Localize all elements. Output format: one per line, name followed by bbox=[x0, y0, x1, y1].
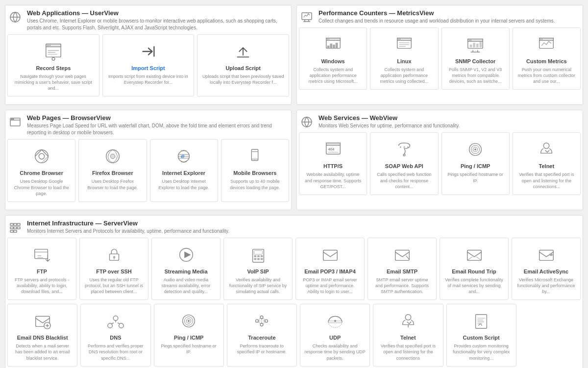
ftp-ssh-icon bbox=[103, 244, 125, 266]
card-upload-script[interactable]: Upload Script Uploads script that been p… bbox=[197, 34, 289, 97]
card-email-smtp[interactable]: Email SMTP SMTP email server uptime and … bbox=[368, 238, 437, 300]
ftp-icon bbox=[31, 244, 53, 266]
card-ie[interactable]: e Internet Explorer Uses Desktop Interne… bbox=[150, 139, 218, 201]
email-roundtrip-icon bbox=[464, 244, 485, 266]
chrome-desc: Uses Desktop Google Chrome Browser to lo… bbox=[12, 178, 71, 196]
voip-icon bbox=[247, 244, 269, 266]
firefox-icon bbox=[102, 146, 123, 167]
windows-title: Windows bbox=[321, 58, 345, 64]
card-voip[interactable]: VoIP SIP Verifies availability and funct… bbox=[223, 238, 293, 300]
card-https[interactable]: 404 HTTP/S Website availability, uptime … bbox=[299, 132, 367, 195]
ping-ws-title: Ping / ICMP bbox=[461, 163, 490, 169]
svg-point-3 bbox=[47, 45, 48, 46]
card-windows[interactable]: Windows Collects system and application … bbox=[299, 27, 367, 90]
card-email-activesync[interactable]: Email ActiveSync Verifies Microsoft Exch… bbox=[512, 238, 581, 300]
svg-point-15 bbox=[399, 39, 400, 40]
custom-script-desc: Provides custom monitoring functionality… bbox=[451, 343, 512, 361]
web-services-title: Web Services — WebView bbox=[318, 114, 460, 122]
ftp-desc: FTP servers and protocols - availability… bbox=[12, 277, 72, 294]
svg-point-19 bbox=[470, 40, 471, 41]
telnet-ws-title: Telnet bbox=[539, 163, 555, 169]
card-email-roundtrip[interactable]: Email Round Trip Verifies complete funct… bbox=[440, 238, 509, 300]
import-script-title: Import Script bbox=[131, 65, 165, 71]
web-pages-cards: Chrome Browser Uses Desktop Google Chrom… bbox=[5, 139, 291, 205]
internet-infra-desc: Monitors Internet Servers and Protocols … bbox=[27, 228, 229, 235]
traceroute-desc: Performs traceroute to specified IP or h… bbox=[231, 343, 293, 355]
svg-text:e: e bbox=[181, 152, 185, 160]
linux-icon bbox=[393, 34, 415, 55]
card-email-pop3[interactable]: Email POP3 / IMAP4 POP3 or IMAP email se… bbox=[295, 238, 365, 300]
svg-rect-65 bbox=[260, 255, 263, 257]
card-firefox[interactable]: Firefox Browser Uses Desktop Firefox Bro… bbox=[78, 139, 147, 201]
card-dns-blacklist[interactable]: Email DNS Blacklist Detects when a mail … bbox=[7, 304, 77, 366]
dns-icon bbox=[105, 310, 126, 332]
card-udp[interactable]: UDP Checks availability and response tim… bbox=[300, 304, 370, 366]
web-services-cards: 404 HTTP/S Website availability, uptime … bbox=[297, 132, 583, 198]
card-traceroute[interactable]: Traceroute Performs traceroute to specif… bbox=[227, 304, 297, 366]
svg-rect-53 bbox=[17, 227, 20, 229]
card-snmp[interactable]: SNMP Collector Polls SNMP V1, V2 and V3 … bbox=[441, 27, 510, 90]
card-ftp[interactable]: FTP FTP servers and protocols - availabi… bbox=[7, 238, 76, 300]
ping-ws-icon bbox=[465, 139, 486, 160]
card-ftp-ssh[interactable]: FTP over SSH Uses the regular old FTP pr… bbox=[79, 238, 148, 300]
custom-script-icon bbox=[470, 310, 492, 332]
svg-rect-21 bbox=[539, 38, 554, 41]
streaming-title: Streaming Media bbox=[164, 269, 207, 274]
svg-marker-60 bbox=[184, 251, 191, 258]
svg-point-82 bbox=[256, 319, 259, 322]
card-telnet-infra[interactable]: Telnet Verifies that specified port is o… bbox=[373, 304, 443, 366]
soap-title: SOAP Web API bbox=[385, 163, 423, 169]
svg-point-6 bbox=[52, 57, 55, 60]
card-ping-infra[interactable]: Ping / ICMP Pings specified hostname or … bbox=[154, 304, 224, 366]
svg-rect-33 bbox=[252, 149, 258, 161]
main-page: Web Applications — UserView Uses Chrome,… bbox=[0, 0, 588, 368]
web-pages-desc: Measures Page Load Speed for URL with wa… bbox=[27, 123, 288, 136]
svg-point-39 bbox=[403, 154, 405, 156]
internet-infra-section: Internet Infrastructure — ServerView Mon… bbox=[5, 215, 583, 368]
card-mobile[interactable]: Mobile Browsers Supports up to 40 mobile… bbox=[221, 139, 289, 201]
web-pages-section: Web Pages — BrowserView Measures Page Lo… bbox=[5, 110, 292, 210]
card-dns[interactable]: DNS Performs and verifies proper DNS res… bbox=[80, 304, 150, 366]
svg-rect-68 bbox=[260, 258, 263, 260]
card-custom-script[interactable]: Custom Script Provides custom monitoring… bbox=[446, 304, 516, 366]
svg-text:404: 404 bbox=[328, 147, 334, 151]
svg-point-22 bbox=[540, 39, 541, 40]
email-activesync-icon bbox=[536, 244, 557, 266]
dns-blacklist-desc: Detects when a mail server has been adde… bbox=[12, 343, 73, 361]
upload-script-desc: Uploads script that been previously save… bbox=[201, 74, 285, 85]
svg-point-18 bbox=[469, 40, 470, 41]
web-pages-icon bbox=[8, 115, 22, 129]
card-ping-ws[interactable]: Ping / ICMP Pings specified hostname or … bbox=[441, 132, 510, 195]
streaming-desc: Audio and video media streams availabili… bbox=[156, 277, 216, 294]
card-chrome[interactable]: Chrome Browser Uses Desktop Google Chrom… bbox=[7, 139, 75, 201]
upload-script-icon bbox=[232, 41, 254, 62]
card-linux[interactable]: Linux Collects system and application pe… bbox=[370, 27, 438, 90]
infra-cards-row2: Email DNS Blacklist Detects when a mail … bbox=[5, 304, 583, 368]
card-soap[interactable]: SOAP Web API Calls specified web functio… bbox=[370, 132, 438, 195]
svg-rect-54 bbox=[10, 230, 13, 232]
card-custom-metrics[interactable]: Custom Metrics Push your own numerical m… bbox=[513, 27, 581, 90]
svg-point-41 bbox=[403, 147, 405, 148]
firefox-title: Firefox Browser bbox=[92, 170, 133, 176]
card-streaming[interactable]: Streaming Media Audio and video media st… bbox=[151, 238, 220, 300]
ie-icon: e bbox=[173, 146, 195, 167]
ping-ws-desc: Pings specified hostname or IP. bbox=[446, 172, 505, 183]
card-record-steps[interactable]: Record Steps Navigate through your web p… bbox=[7, 34, 99, 97]
card-import-script[interactable]: Import Script Imports script from existi… bbox=[102, 34, 195, 97]
web-apps-icon bbox=[8, 10, 22, 24]
dns-title: DNS bbox=[110, 335, 121, 341]
web-apps-section: Web Applications — UserView Uses Chrome,… bbox=[5, 5, 292, 105]
email-pop3-title: Email POP3 / IMAP4 bbox=[304, 269, 356, 274]
streaming-icon bbox=[175, 244, 197, 266]
custom-metrics-icon bbox=[536, 34, 557, 55]
svg-point-42 bbox=[407, 147, 409, 148]
svg-point-47 bbox=[544, 143, 549, 148]
card-telnet-ws[interactable]: Telnet Verifies that specified port is o… bbox=[513, 132, 581, 195]
svg-point-34 bbox=[254, 160, 255, 161]
svg-point-87 bbox=[405, 315, 411, 320]
snmp-icon bbox=[465, 34, 486, 55]
svg-point-84 bbox=[265, 319, 268, 322]
firefox-desc: Uses Desktop Firefox Browser to load the… bbox=[83, 178, 142, 190]
voip-desc: Verifies availability and functionality … bbox=[228, 277, 288, 294]
telnet-infra-desc: Verifies that specified port is open and… bbox=[377, 343, 439, 361]
